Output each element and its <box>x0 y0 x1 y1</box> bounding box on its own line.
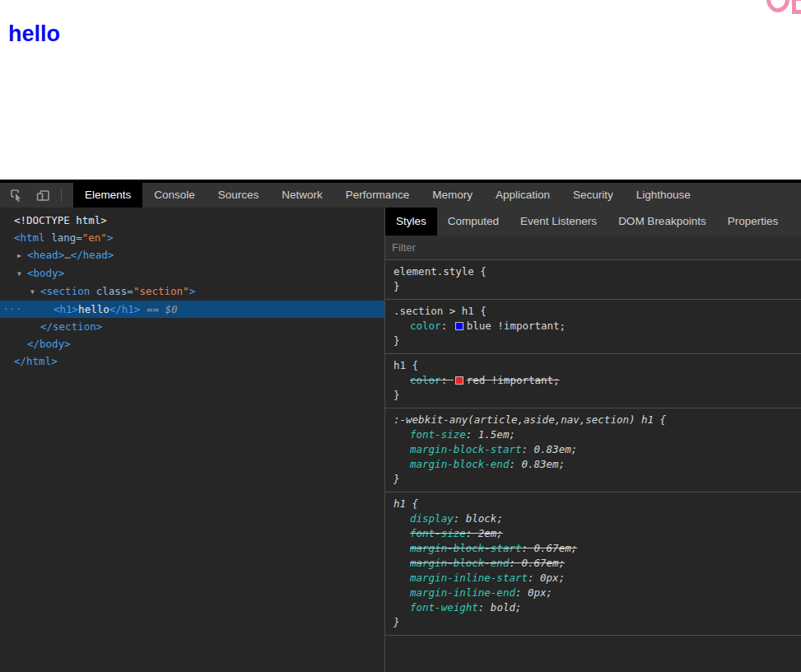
styles-tab-styles[interactable]: Styles <box>385 208 437 236</box>
device-toolbar-icon[interactable] <box>35 187 51 203</box>
css-declaration[interactable]: margin-block-end: 0.67em; <box>394 556 793 571</box>
color-swatch[interactable] <box>455 376 463 385</box>
css-declaration[interactable]: color: blue !important; <box>394 319 793 334</box>
tab-lighthouse[interactable]: Lighthouse <box>625 183 702 208</box>
pink-logo-fragment <box>752 0 801 16</box>
tab-memory[interactable]: Memory <box>421 183 484 208</box>
declaration-text: margin-block-start: 0.83em; <box>410 443 577 455</box>
tab-network[interactable]: Network <box>270 183 334 208</box>
tab-security[interactable]: Security <box>561 183 625 208</box>
rule-selector[interactable]: .section > h1 <box>394 305 474 317</box>
property-value: 0.83em; <box>521 458 565 470</box>
colon: : <box>521 542 533 554</box>
property-name: margin-block-start <box>410 542 521 554</box>
property-value: red !important; <box>467 374 560 386</box>
expand-arrow-right-icon[interactable]: ▶ <box>17 247 27 264</box>
colon: : <box>528 572 540 584</box>
dom-node-text: <h1> <box>54 303 78 315</box>
declaration-text: color: red !important; <box>410 374 560 386</box>
css-declaration[interactable]: font-size: 1.5em; <box>394 427 793 442</box>
styles-tab-dom-breakpoints[interactable]: DOM Breakpoints <box>608 208 717 236</box>
dom-node-text: == <box>140 303 165 315</box>
css-declaration[interactable]: margin-inline-end: 0px; <box>394 586 793 600</box>
css-declaration[interactable]: font-weight: bold; <box>394 600 793 615</box>
property-name: margin-block-start <box>410 443 521 455</box>
tab-elements[interactable]: Elements <box>73 183 142 208</box>
css-rule: h1 {display: block;font-size: 2em;margin… <box>385 492 801 636</box>
rule-selector[interactable]: element.style <box>394 265 474 278</box>
rule-selector[interactable]: h1 <box>394 497 406 510</box>
dom-node-text: <section <box>40 285 90 297</box>
color-swatch[interactable] <box>455 322 463 330</box>
tab-performance[interactable]: Performance <box>334 183 421 208</box>
main-tab-bar: ElementsConsoleSourcesNetworkPerformance… <box>73 183 702 208</box>
dom-node-text: $0 <box>165 303 178 315</box>
colon: : <box>509 458 521 470</box>
tab-sources[interactable]: Sources <box>207 183 271 208</box>
css-rule: element.style {} <box>385 260 801 300</box>
dom-node[interactable]: ▼<section class="section"> <box>0 282 384 301</box>
css-declaration[interactable]: margin-block-start: 0.67em; <box>394 541 793 556</box>
colon: : <box>441 374 454 386</box>
rule-selector[interactable]: h1 <box>394 359 406 371</box>
expand-arrow-down-icon[interactable]: ▼ <box>30 283 40 301</box>
dom-node-text: </section> <box>40 320 102 333</box>
dom-node-text: "section" <box>133 285 189 297</box>
devtools-toolbar: ElementsConsoleSourcesNetworkPerformance… <box>0 183 801 208</box>
css-declaration[interactable]: color: red !important; <box>394 373 793 388</box>
rule-selector-line: element.style { <box>394 264 793 279</box>
dom-node-text: </head> <box>71 249 114 261</box>
styles-tab-properties[interactable]: Properties <box>717 208 789 236</box>
toolbar-separator <box>61 189 62 202</box>
dom-node-text: class= <box>90 285 133 297</box>
devtools-main: <!DOCTYPE html><html lang="en">▶<head>…<… <box>0 208 801 672</box>
toolbar-icons <box>0 183 73 208</box>
dom-node-text: </h1> <box>109 303 141 315</box>
css-declaration[interactable]: margin-block-end: 0.83em; <box>394 457 793 472</box>
colon: : <box>466 428 478 441</box>
css-declaration[interactable]: margin-inline-start: 0px; <box>394 571 793 586</box>
close-brace: } <box>394 615 793 630</box>
styles-filter-bar <box>385 236 801 260</box>
css-declaration[interactable]: font-size: 2em; <box>394 526 793 541</box>
rule-selector[interactable]: :-webkit-any(article,aside,nav,section) … <box>394 413 654 426</box>
styles-filter-input[interactable] <box>385 241 801 254</box>
dom-node[interactable]: <html lang="en"> <box>0 229 384 246</box>
inspect-icon[interactable] <box>8 187 25 203</box>
tab-console[interactable]: Console <box>142 183 207 208</box>
declaration-text: font-weight: bold; <box>410 601 522 614</box>
property-name: color <box>410 320 441 332</box>
styles-tab-computed[interactable]: Computed <box>437 208 510 236</box>
logo-letter-o <box>766 0 789 12</box>
dom-node[interactable]: ▶<head>…</head> <box>0 246 384 264</box>
css-declaration[interactable]: margin-block-start: 0.83em; <box>394 442 793 457</box>
property-name: margin-block-end <box>410 458 509 470</box>
dom-node[interactable]: ▼<body> <box>0 264 384 282</box>
rendered-page: hello <box>0 0 801 180</box>
styles-tab-event-listeners[interactable]: Event Listeners <box>510 208 608 236</box>
tab-application[interactable]: Application <box>484 183 561 208</box>
dom-node[interactable]: ···<h1>hello</h1> == $0 <box>0 301 384 318</box>
dom-node[interactable]: </body> <box>0 335 384 352</box>
property-value: 0.67em; <box>521 557 565 569</box>
more-actions-dots[interactable]: ··· <box>3 301 22 318</box>
css-declaration[interactable]: display: block; <box>394 511 793 526</box>
dom-node-text: </body> <box>27 338 71 350</box>
declaration-text: margin-inline-end: 0px; <box>410 586 552 599</box>
close-brace: } <box>394 388 793 403</box>
dom-node[interactable]: </html> <box>0 352 384 370</box>
dom-node-text: lang= <box>45 231 82 244</box>
property-value: block; <box>466 512 503 525</box>
dom-node-text: > <box>107 231 114 244</box>
rule-selector-line: :-webkit-any(article,aside,nav,section) … <box>394 413 793 427</box>
dom-node[interactable]: </section> <box>0 318 384 335</box>
colon: : <box>454 512 466 525</box>
open-brace: { <box>474 265 487 278</box>
property-name: margin-inline-start <box>410 572 528 584</box>
dom-node-text: <!DOCTYPE html> <box>14 214 107 226</box>
property-value: bold; <box>491 601 522 614</box>
expand-arrow-down-icon[interactable]: ▼ <box>17 265 27 282</box>
property-name: font-size <box>410 527 466 539</box>
open-brace: { <box>474 305 487 317</box>
dom-node[interactable]: <!DOCTYPE html> <box>0 212 384 229</box>
